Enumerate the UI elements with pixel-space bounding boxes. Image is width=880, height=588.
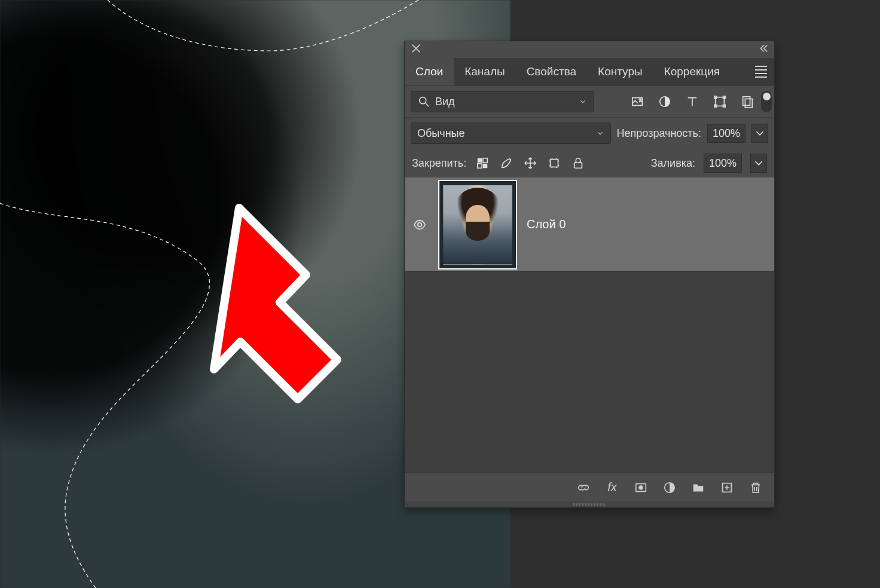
new-layer-button[interactable]	[719, 480, 735, 495]
filter-pixel-icon[interactable]	[630, 94, 645, 109]
lock-paint-icon[interactable]	[499, 155, 514, 171]
lock-row: Закрепить: Заливка: 100%	[405, 149, 774, 177]
layer-fx-button[interactable]: fx	[604, 480, 620, 495]
filter-smartobj-icon[interactable]	[740, 94, 755, 109]
tab-label: Коррекция	[664, 65, 720, 78]
filter-type-text-icon[interactable]	[685, 94, 700, 109]
add-mask-button[interactable]	[633, 480, 649, 495]
tab-label: Свойства	[527, 65, 576, 78]
layer-thumbnail[interactable]	[438, 180, 517, 270]
hamburger-icon	[755, 66, 767, 78]
eye-icon	[413, 218, 426, 231]
blend-mode-select[interactable]: Обычные	[411, 122, 611, 144]
lock-transparent-icon[interactable]	[475, 155, 490, 171]
grip-icon	[573, 503, 606, 506]
blend-mode-value: Обычные	[417, 127, 465, 140]
svg-rect-17	[575, 163, 582, 168]
new-adjustment-button[interactable]	[662, 480, 677, 495]
fill-value[interactable]: 100%	[704, 154, 742, 173]
tab-properties[interactable]: Свойства	[516, 58, 587, 85]
opacity-value[interactable]: 100%	[707, 124, 745, 143]
link-layers-button[interactable]	[576, 480, 591, 495]
tab-label: Слои	[415, 65, 443, 78]
layers-list[interactable]: Слой 0	[405, 177, 774, 473]
panel-resize-grip[interactable]	[405, 501, 774, 507]
chevron-down-icon	[596, 129, 604, 137]
opacity-label[interactable]: Непрозрачность:	[617, 127, 701, 140]
tab-adjustments[interactable]: Коррекция	[653, 58, 731, 85]
lock-artboard-icon[interactable]	[546, 155, 562, 171]
filter-row	[405, 85, 774, 117]
tab-label: Каналы	[465, 65, 505, 78]
layers-panel: Слои Каналы Свойства Контуры Коррекция	[404, 41, 775, 508]
svg-point-20	[638, 485, 643, 489]
lock-label: Закрепить:	[412, 157, 466, 170]
layer-filter-select[interactable]	[411, 91, 594, 112]
close-icon[interactable]	[410, 42, 423, 57]
fill-label[interactable]: Заливка:	[651, 157, 695, 170]
opacity-chevron[interactable]	[751, 124, 768, 143]
panel-titlebar[interactable]	[405, 41, 774, 58]
lock-all-icon[interactable]	[570, 155, 586, 171]
svg-rect-16	[551, 160, 558, 167]
tab-channels[interactable]: Каналы	[454, 58, 515, 85]
tab-paths[interactable]: Контуры	[587, 58, 653, 85]
tab-label: Контуры	[598, 65, 643, 78]
svg-point-18	[418, 222, 421, 226]
lock-position-icon[interactable]	[522, 155, 538, 171]
svg-rect-14	[478, 164, 482, 168]
filter-type-icons	[630, 94, 755, 109]
layer-filter-input[interactable]	[435, 96, 574, 108]
blend-row: Обычные Непрозрачность: 100%	[405, 117, 774, 149]
chevron-down-icon	[579, 97, 587, 106]
filter-shape-icon[interactable]	[712, 94, 728, 109]
toggle-thumb	[763, 93, 771, 100]
fill-chevron[interactable]	[750, 154, 767, 173]
panel-menu-button[interactable]	[748, 58, 774, 85]
svg-point-3	[639, 99, 641, 100]
tab-layers[interactable]: Слои	[405, 58, 454, 85]
panel-tabs: Слои Каналы Свойства Контуры Коррекция	[405, 58, 774, 85]
delete-layer-button[interactable]	[748, 480, 763, 495]
svg-rect-13	[483, 158, 487, 163]
filter-toggle[interactable]	[761, 91, 772, 112]
collapse-icon[interactable]	[756, 42, 769, 57]
svg-rect-12	[478, 158, 482, 163]
svg-rect-10	[743, 97, 750, 106]
svg-rect-15	[483, 164, 487, 168]
layer-name[interactable]: Слой 0	[527, 218, 566, 231]
svg-rect-11	[745, 99, 752, 108]
svg-point-1	[420, 97, 426, 104]
layer-row[interactable]: Слой 0	[405, 177, 774, 272]
visibility-toggle[interactable]	[411, 218, 429, 231]
layers-bottom-bar: fx	[405, 473, 774, 501]
filter-adjust-icon[interactable]	[657, 94, 673, 109]
search-icon	[417, 95, 430, 108]
new-group-button[interactable]	[690, 480, 706, 495]
